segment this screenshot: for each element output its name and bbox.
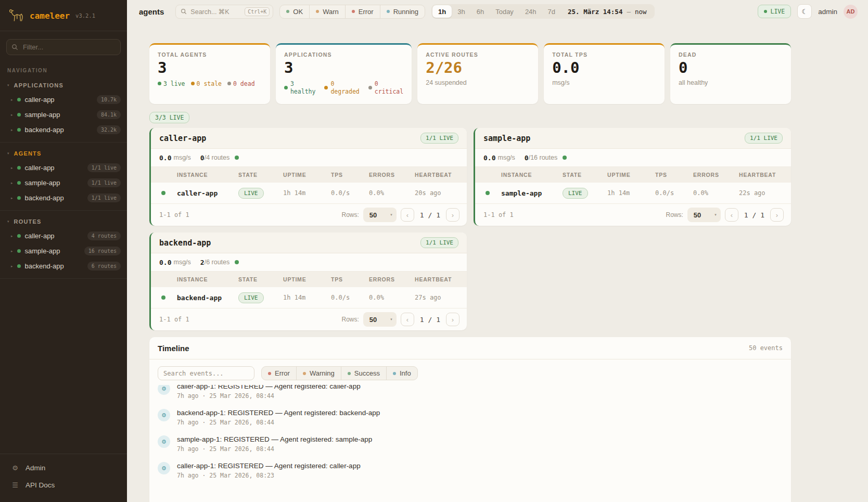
status-dot — [17, 196, 21, 200]
sidebar-item-backend-app[interactable]: ▸ backend-app 32.2k — [0, 122, 127, 137]
range-1h-button[interactable]: 1h — [432, 5, 452, 18]
timeline-events-list[interactable]: ⚙ caller-app-1: REGISTERED — Agent regis… — [149, 385, 791, 502]
app-card-caller-app: caller-app 1/1 LIVE 0.0 msg/s 0 /4 route… — [149, 128, 467, 226]
sidebar-item-backend-app-agents[interactable]: ▸ backend-app 1/1 live — [0, 190, 127, 205]
page-title: agents — [139, 7, 164, 16]
timeline-event[interactable]: ⚙ sample-app-1: REGISTERED — Agent regis… — [158, 431, 783, 457]
timeline-event[interactable]: ⚙ backend-app-1: REGISTERED — Agent regi… — [158, 404, 783, 431]
registered-event-icon: ⚙ — [158, 409, 170, 421]
time-to: now — [635, 8, 647, 16]
moon-icon: ☾ — [801, 8, 808, 16]
filter-search-icon — [11, 44, 18, 50]
filter-warn-button[interactable]: Warn — [309, 5, 345, 18]
caret-right-icon: ▸ — [11, 196, 13, 200]
timeline-filter-info[interactable]: Info — [386, 367, 417, 380]
status-dot — [17, 98, 21, 101]
timeline-event[interactable]: ⚙ caller-app-1: REGISTERED — Agent regis… — [158, 457, 783, 484]
caret-down-icon: ▾ — [390, 317, 392, 321]
sidebar-item-sample-app-routes[interactable]: ▸ sample-app 16 routes — [0, 243, 127, 259]
rows-per-page-select[interactable]: 50 ▾ — [363, 208, 397, 222]
time-from: 25. März 14:54 — [568, 8, 622, 16]
count-badge: 84.1k — [97, 110, 121, 119]
avatar[interactable]: AD — [844, 5, 858, 19]
sidebar-item-admin[interactable]: ⚙ Admin — [0, 459, 127, 477]
app-cards-grid: caller-app 1/1 LIVE 0.0 msg/s 0 /4 route… — [149, 128, 791, 330]
prev-page-button[interactable]: ‹ — [401, 208, 414, 222]
stat-cards-row: TOTAL AGENTS 3 3 live 0 stale 0 dead APP… — [149, 43, 791, 104]
app-card-title: sample-app — [483, 134, 530, 143]
stat-card-total-agents: TOTAL AGENTS 3 3 live 0 stale 0 dead — [149, 43, 270, 104]
rows-per-page-select[interactable]: 50 ▾ — [687, 208, 721, 222]
filter-ok-button[interactable]: OK — [280, 5, 309, 18]
app-logo[interactable]: cameleer v3.2.1 — [0, 0, 127, 31]
section-header-applications[interactable]: ▾ APPLICATIONS — [0, 78, 127, 92]
app-routes-active: 0 — [200, 154, 205, 162]
sidebar-item-sample-app[interactable]: ▸ sample-app 84.1k — [0, 107, 127, 122]
sidebar-item-sample-app-agents[interactable]: ▸ sample-app 1/1 live — [0, 175, 127, 190]
filter-error-button[interactable]: Error — [345, 5, 380, 18]
sidebar-filter-input[interactable] — [6, 39, 121, 55]
next-page-button[interactable]: › — [446, 208, 459, 222]
table-row[interactable]: sample-app LIVE 1h 14m 0.0/s 0.0% 22s ag… — [475, 183, 791, 204]
camel-logo-icon — [7, 7, 25, 24]
row-range: 1-1 of 1 — [159, 211, 189, 218]
sidebar-section-routes: ▾ ROUTES ▸ caller-app 4 routes ▸ sample-… — [0, 211, 127, 279]
app-live-badge: 1/1 LIVE — [745, 133, 783, 144]
sidebar-item-backend-app-routes[interactable]: ▸ backend-app 6 routes — [0, 259, 127, 274]
stat-card-total-tps: TOTAL TPS 0.0 msg/s — [544, 43, 665, 104]
registered-event-icon: ⚙ — [158, 462, 170, 474]
stat-card-applications: APPLICATIONS 3 3 healthy 0 degraded 0 cr… — [276, 43, 412, 104]
healthy-dot — [284, 86, 288, 89]
count-badge: 10.7k — [97, 95, 121, 104]
time-separator: — — [627, 8, 631, 16]
prev-page-button[interactable]: ‹ — [401, 313, 414, 326]
sidebar-item-caller-app-routes[interactable]: ▸ caller-app 4 routes — [0, 228, 127, 243]
search-placeholder: Search... ⌘K — [190, 8, 229, 16]
table-row[interactable]: backend-app LIVE 1h 14m 0.0/s 0.0% 27s a… — [151, 287, 467, 308]
section-header-agents[interactable]: ▾ AGENTS — [0, 146, 127, 160]
range-24h-button[interactable]: 24h — [519, 5, 542, 18]
sidebar-item-caller-app-agents[interactable]: ▸ caller-app 1/1 live — [0, 160, 127, 175]
timeline-card: Timeline 50 events Error Warning — [149, 337, 791, 502]
sidebar-item-api-docs[interactable]: ☰ API Docs — [0, 477, 127, 494]
app-health-dot — [563, 156, 567, 160]
state-badge: LIVE — [238, 292, 264, 303]
rows-per-page-select[interactable]: 50 ▾ — [363, 312, 397, 327]
timeline-filter-success[interactable]: Success — [341, 367, 386, 380]
range-6h-button[interactable]: 6h — [471, 5, 490, 18]
live-badge: 1/1 live — [87, 178, 121, 187]
app-card-title: backend-app — [159, 238, 211, 248]
range-7d-button[interactable]: 7d — [542, 5, 561, 18]
timeline-event[interactable]: ⚙ caller-app-1: REGISTERED — Agent regis… — [158, 385, 783, 404]
app-card-title: caller-app — [159, 134, 206, 143]
sidebar-footer: ⚙ Admin ☰ API Docs — [0, 454, 127, 502]
sidebar-item-caller-app[interactable]: ▸ caller-app 10.7k — [0, 92, 127, 107]
status-dot — [17, 166, 21, 170]
sidebar: cameleer v3.2.1 NAVIGATION ▾ APPLICATION… — [0, 0, 127, 502]
theme-toggle-button[interactable]: ☾ — [797, 4, 812, 19]
range-today-button[interactable]: Today — [490, 5, 519, 18]
next-page-button[interactable]: › — [770, 208, 784, 222]
active-routes-value: 2/26 — [426, 60, 530, 76]
success-dot — [348, 372, 351, 375]
range-3h-button[interactable]: 3h — [452, 5, 470, 18]
app-card-sample-app: sample-app 1/1 LIVE 0.0 msg/s 0 /16 rout… — [474, 128, 791, 226]
status-dot — [17, 234, 21, 238]
status-dot — [17, 128, 21, 132]
section-header-routes[interactable]: ▾ ROUTES — [0, 214, 127, 228]
timeline-filter-warning[interactable]: Warning — [296, 367, 341, 380]
caret-down-icon: ▾ — [7, 151, 9, 156]
search-input[interactable]: Search... ⌘K Ctrl+K — [175, 5, 273, 19]
next-page-button[interactable]: › — [446, 313, 459, 326]
row-range: 1-1 of 1 — [483, 211, 514, 218]
overall-live-badge: 3/3 LIVE — [149, 112, 189, 123]
prev-page-button[interactable]: ‹ — [725, 208, 738, 222]
app-tps-value: 0.0 — [159, 154, 171, 162]
table-row[interactable]: caller-app LIVE 1h 14m 0.0/s 0.0% 20s ag… — [151, 183, 467, 204]
timeline-filter-error[interactable]: Error — [262, 367, 296, 380]
filter-running-button[interactable]: Running — [380, 5, 425, 18]
instance-status-dot — [161, 191, 165, 195]
status-filter-group: OK Warn Error Running — [279, 5, 425, 19]
menu-icon: ☰ — [11, 481, 19, 489]
timeline-search-input[interactable] — [158, 366, 254, 380]
